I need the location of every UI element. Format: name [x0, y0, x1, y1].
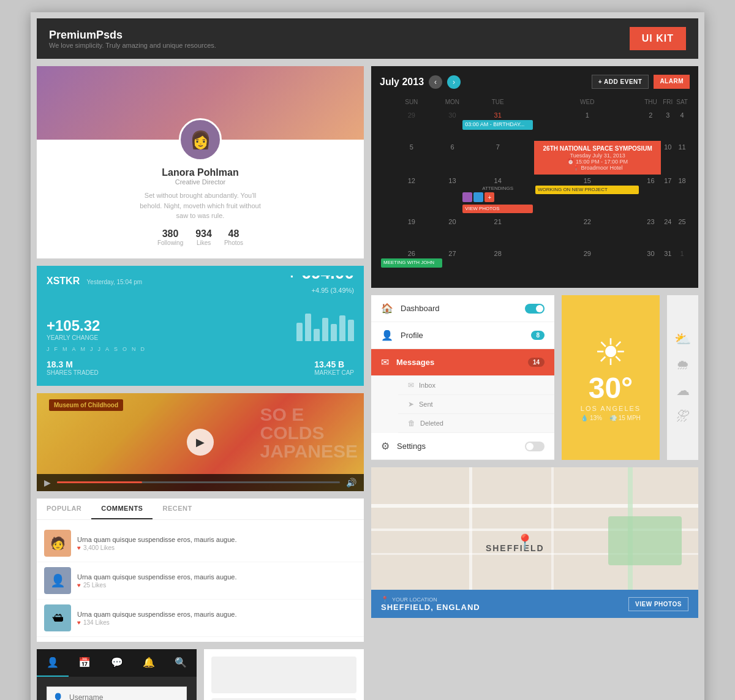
- cal-day-14[interactable]: 14 ATTENDINGS + VIEW PHOTOS: [461, 175, 534, 216]
- map-park: [608, 516, 682, 565]
- cal-day-10[interactable]: 10: [661, 141, 674, 175]
- cal-day-21[interactable]: 21: [461, 216, 534, 247]
- login-tab-user[interactable]: 👤: [37, 649, 69, 677]
- stock-yearly-change: +105.32: [47, 317, 100, 334]
- video-progress-bar[interactable]: [57, 481, 340, 483]
- nav-messages[interactable]: ✉ Messages 14: [371, 349, 554, 376]
- calendar-weekdays: SUN MON TUE WED THU FRI SAT: [380, 95, 690, 109]
- brand-title: PremiumPsds: [49, 29, 216, 42]
- cal-day-30[interactable]: 30: [443, 109, 462, 141]
- bar-2: [305, 314, 311, 341]
- settings-toggle[interactable]: [525, 442, 545, 451]
- cal-day-3[interactable]: 3: [661, 109, 674, 141]
- login-tabs: 👤 📅 💬 🔔 🔍: [37, 649, 197, 677]
- birthday-event[interactable]: 03:00 AM - BIRTHDAY...: [462, 120, 533, 130]
- nav-dashboard[interactable]: 🏠 Dashboard: [371, 295, 554, 322]
- main-grid: 👩 Lanora Pohlman Creative Director Set w…: [37, 66, 698, 700]
- cal-day-26[interactable]: 26 MEETING WITH JOHN: [380, 247, 443, 279]
- cal-day-15[interactable]: 15 WORKING ON NEW PROJECT: [534, 175, 640, 216]
- ui-kit-button[interactable]: UI KIT: [630, 27, 686, 50]
- cal-day-13[interactable]: 13: [443, 175, 462, 216]
- cal-day-30b[interactable]: 30: [640, 247, 661, 279]
- map-location-info: 📍 YOUR LOCATION SHEFFIELD, ENGLAND: [381, 596, 480, 612]
- day-sat: SAT: [674, 95, 690, 109]
- username-input[interactable]: [47, 687, 187, 701]
- cal-day-16[interactable]: 16: [640, 175, 661, 216]
- cal-day-19[interactable]: 19: [380, 216, 443, 247]
- cal-day-24[interactable]: 24: [661, 216, 674, 247]
- cal-day-1[interactable]: 1: [534, 109, 640, 141]
- cal-day-29[interactable]: 29: [380, 109, 443, 141]
- stock-time: Yesterday, 15:04 pm: [87, 279, 143, 285]
- weather-sun-icon: ☀: [594, 334, 627, 371]
- alarm-button[interactable]: ALARM: [654, 75, 690, 89]
- avatar: 👩: [179, 118, 222, 161]
- dashboard-toggle[interactable]: [525, 304, 545, 314]
- video-progress-fill: [57, 481, 142, 483]
- cal-day-1b[interactable]: 1: [674, 247, 690, 279]
- cal-week-3: 12 13 14 ATTENDINGS + VIEW PHOTOS: [380, 175, 690, 216]
- calendar-next-button[interactable]: ›: [447, 75, 461, 89]
- tab-comments[interactable]: COMMENTS: [91, 499, 153, 519]
- weather-icon-rainy[interactable]: 🌧: [676, 357, 690, 373]
- login-tab-search[interactable]: 🔍: [165, 649, 197, 677]
- nav-sent[interactable]: ➤ Sent: [398, 395, 554, 414]
- cal-day-28[interactable]: 28: [461, 247, 534, 279]
- cal-day-7[interactable]: 7: [461, 141, 534, 175]
- login-tab-message[interactable]: 💬: [100, 649, 132, 677]
- video-play-button[interactable]: ▶: [187, 429, 214, 456]
- messages-submenu: ✉ Inbox ➤ Sent 🗑 Deleted: [371, 376, 554, 433]
- play-icon[interactable]: ▶: [44, 478, 51, 487]
- cal-day-18[interactable]: 18: [674, 175, 690, 216]
- cal-day-5[interactable]: 5: [380, 141, 443, 175]
- add-event-button[interactable]: + ADD EVENT: [592, 75, 649, 89]
- login-tab-calendar[interactable]: 📅: [69, 649, 100, 677]
- volume-icon[interactable]: 🔊: [346, 478, 356, 487]
- weather-icon-stormy[interactable]: ⛈: [676, 408, 690, 424]
- cal-day-22[interactable]: 22: [534, 216, 640, 247]
- login-tab-bell[interactable]: 🔔: [133, 649, 165, 677]
- tab-popular[interactable]: POPULAR: [37, 499, 91, 519]
- cal-day-8-event[interactable]: 26TH NATIONAL SPACE SYMPOSIUM Tuesday Ju…: [534, 141, 661, 175]
- video-player[interactable]: Museum of Childhood SO ECOLDSJAPANESE ▶ …: [37, 393, 364, 491]
- main-wrapper: PremiumPsds We love simplicity. Truly am…: [31, 12, 704, 700]
- map-view-photos-button[interactable]: VIEW PHOTOS: [628, 597, 688, 611]
- likes-count-1: ♥ 3,400 Likes: [77, 544, 356, 551]
- list-text-3: Urna quam quisque suspendisse eros, maur…: [77, 609, 356, 627]
- calendar-prev-button[interactable]: ‹: [429, 75, 442, 89]
- nav-profile[interactable]: 👤 Profile 8: [371, 322, 554, 349]
- calendar-month-title: July 2013: [380, 77, 424, 88]
- day-tue: TUE: [461, 95, 534, 109]
- cal-day-31[interactable]: 31 03:00 AM - BIRTHDAY...: [461, 109, 534, 141]
- tabs-section: POPULAR COMMENTS RECENT 🧑 Urna quam quis…: [37, 499, 364, 642]
- cal-day-4[interactable]: 4: [674, 109, 690, 141]
- working-event[interactable]: WORKING ON NEW PROJECT: [535, 186, 639, 194]
- right-column: July 2013 ‹ › + ADD EVENT ALARM SUN MON: [371, 66, 698, 700]
- nav-inbox[interactable]: ✉ Inbox: [398, 376, 554, 395]
- bar-5: [331, 324, 337, 341]
- cal-day-11[interactable]: 11: [674, 141, 690, 175]
- cal-day-12[interactable]: 12: [380, 175, 443, 216]
- tab-content: 🧑 Urna quam quisque suspendisse eros, ma…: [37, 520, 364, 642]
- cal-day-6[interactable]: 6: [443, 141, 462, 175]
- meeting-event[interactable]: MEETING WITH JOHN: [381, 258, 442, 267]
- weather-icon-overcast[interactable]: ☁: [676, 383, 690, 399]
- cal-day-25[interactable]: 25: [674, 216, 690, 247]
- nav-deleted[interactable]: 🗑 Deleted: [398, 414, 554, 433]
- tab-recent[interactable]: RECENT: [153, 499, 202, 519]
- weather-icon-cloudy[interactable]: ⛅: [674, 331, 691, 347]
- calendar-grid: SUN MON TUE WED THU FRI SAT 29 30: [380, 95, 690, 279]
- comment-placeholder-1: [211, 657, 356, 693]
- cal-day-29b[interactable]: 29: [534, 247, 640, 279]
- cal-day-23[interactable]: 23: [640, 216, 661, 247]
- your-location-label: YOUR LOCATION: [392, 597, 437, 603]
- view-photos-event[interactable]: VIEW PHOTOS: [462, 205, 533, 213]
- cal-day-2[interactable]: 2: [640, 109, 661, 141]
- stock-yearly-label: YEARLY CHANGE: [47, 334, 100, 341]
- cal-day-31b[interactable]: 31: [661, 247, 674, 279]
- nav-settings[interactable]: ⚙ Settings: [371, 433, 554, 460]
- cal-day-20[interactable]: 20: [443, 216, 462, 247]
- bar-6: [339, 315, 345, 341]
- cal-day-27[interactable]: 27: [443, 247, 462, 279]
- cal-day-17[interactable]: 17: [661, 175, 674, 216]
